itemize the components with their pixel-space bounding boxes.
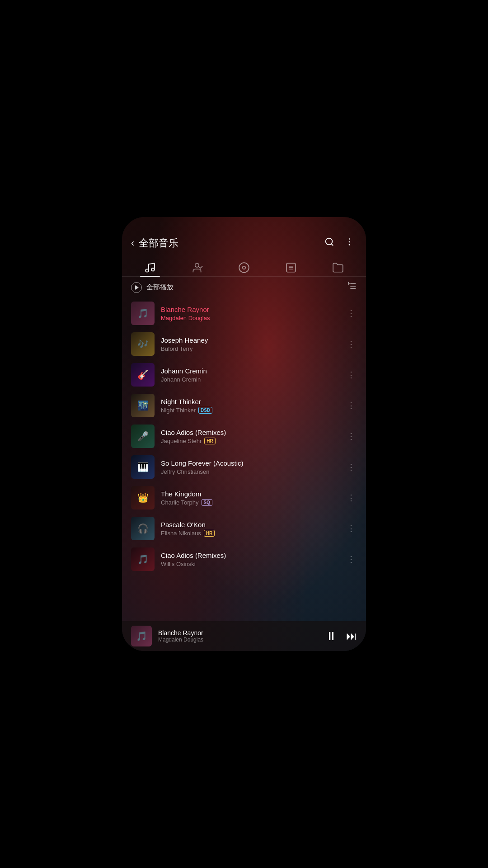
song-title: Night Thinker bbox=[161, 398, 339, 406]
song-thumbnail: 👑 bbox=[131, 486, 155, 509]
thumb-bg: 👑 bbox=[131, 486, 155, 509]
song-title: Johann Cremin bbox=[161, 367, 339, 375]
song-meta: Willis Osinski bbox=[161, 561, 339, 567]
song-badge: HR bbox=[204, 438, 215, 444]
song-title: The Kingdom bbox=[161, 490, 339, 498]
sort-icon[interactable] bbox=[347, 281, 357, 293]
song-title: Joseph Heaney bbox=[161, 336, 339, 344]
song-more-button[interactable]: ⋮ bbox=[345, 552, 357, 566]
nav-tabs bbox=[122, 256, 366, 277]
tab-albums[interactable] bbox=[232, 259, 256, 276]
page-title: 全部音乐 bbox=[139, 236, 317, 250]
tab-songs[interactable] bbox=[138, 259, 162, 276]
header: ‹ 全部音乐 bbox=[122, 217, 366, 256]
song-meta: Magdalen Douglas bbox=[161, 315, 339, 321]
song-more-button[interactable]: ⋮ bbox=[345, 337, 357, 351]
song-info: Ciao Adios (Remixes) Jaqueline Stehr HR bbox=[161, 429, 339, 444]
more-button[interactable] bbox=[342, 235, 357, 251]
thumb-bg: 🎹 bbox=[131, 455, 155, 479]
song-more-button[interactable]: ⋮ bbox=[345, 429, 357, 443]
song-thumbnail: 🎶 bbox=[131, 332, 155, 356]
song-item-3[interactable]: 🎸 Johann Cremin Johann Cremin ⋮ bbox=[122, 359, 366, 390]
next-button[interactable]: ⏭ bbox=[346, 630, 357, 642]
play-all-bar: 全部播放 bbox=[122, 277, 366, 298]
song-more-button[interactable]: ⋮ bbox=[345, 522, 357, 535]
song-item-8[interactable]: 🎧 Pascale O'Kon Elisha Nikolaus HR ⋮ bbox=[122, 513, 366, 544]
tab-artists[interactable] bbox=[185, 259, 209, 276]
song-info: Joseph Heaney Buford Terry bbox=[161, 336, 339, 352]
song-list: 🎵 Blanche Raynor Magdalen Douglas ⋮ 🎶 Jo… bbox=[122, 298, 366, 621]
svg-line-1 bbox=[331, 244, 333, 245]
song-meta: Jeffry Christiansen bbox=[161, 468, 339, 475]
song-thumbnail: 🎧 bbox=[131, 517, 155, 540]
play-all-button[interactable] bbox=[131, 282, 142, 293]
song-thumbnail: 🎤 bbox=[131, 425, 155, 448]
tab-playlists[interactable] bbox=[279, 259, 303, 276]
thumb-bg: 🌃 bbox=[131, 394, 155, 417]
tab-folders[interactable] bbox=[326, 259, 350, 276]
song-thumbnail: 🎵 bbox=[131, 547, 155, 571]
song-artist: Jeffry Christiansen bbox=[161, 468, 209, 475]
svg-point-7 bbox=[195, 263, 199, 267]
bottom-player[interactable]: 🎵 Blanche Raynor Magdalen Douglas ⏸ ⏭ bbox=[122, 621, 366, 651]
song-meta: Night Thinker DSD bbox=[161, 407, 339, 414]
player-thumbnail: 🎵 bbox=[131, 626, 152, 646]
player-info: Blanche Raynor Magdalen Douglas bbox=[158, 629, 319, 643]
song-item-2[interactable]: 🎶 Joseph Heaney Buford Terry ⋮ bbox=[122, 329, 366, 359]
song-item-9[interactable]: 🎵 Ciao Adios (Remixes) Willis Osinski ⋮ bbox=[122, 544, 366, 575]
song-info: The Kingdom Charlie Torphy SQ bbox=[161, 490, 339, 506]
player-controls: ⏸ ⏭ bbox=[325, 629, 357, 643]
pause-button[interactable]: ⏸ bbox=[325, 629, 337, 643]
song-more-button[interactable]: ⋮ bbox=[345, 491, 357, 505]
song-info: Night Thinker Night Thinker DSD bbox=[161, 398, 339, 414]
app-content: ‹ 全部音乐 bbox=[122, 217, 366, 651]
song-artist: Buford Terry bbox=[161, 345, 193, 352]
play-all-label: 全部播放 bbox=[146, 283, 343, 292]
song-artist: Elisha Nikolaus bbox=[161, 530, 201, 537]
song-item-7[interactable]: 👑 The Kingdom Charlie Torphy SQ ⋮ bbox=[122, 482, 366, 513]
song-item-6[interactable]: 🎹 So Long Forever (Acoustic) Jeffry Chri… bbox=[122, 452, 366, 482]
song-artist: Charlie Torphy bbox=[161, 499, 199, 506]
song-artist: Night Thinker bbox=[161, 407, 196, 414]
song-meta: Charlie Torphy SQ bbox=[161, 499, 339, 506]
song-thumbnail: 🎸 bbox=[131, 363, 155, 387]
svg-point-3 bbox=[349, 241, 350, 243]
svg-point-0 bbox=[326, 238, 333, 245]
song-artist: Magdalen Douglas bbox=[161, 315, 210, 321]
song-artist: Jaqueline Stehr bbox=[161, 438, 202, 444]
search-button[interactable] bbox=[322, 235, 337, 251]
song-meta: Elisha Nikolaus HR bbox=[161, 530, 339, 537]
svg-point-5 bbox=[145, 269, 149, 272]
song-info: So Long Forever (Acoustic) Jeffry Christ… bbox=[161, 459, 339, 475]
song-item-5[interactable]: 🎤 Ciao Adios (Remixes) Jaqueline Stehr H… bbox=[122, 421, 366, 452]
song-info: Ciao Adios (Remixes) Willis Osinski bbox=[161, 552, 339, 567]
song-more-button[interactable]: ⋮ bbox=[345, 307, 357, 320]
thumb-bg: 🎤 bbox=[131, 425, 155, 448]
thumb-bg: 🎵 bbox=[131, 302, 155, 325]
thumb-bg: 🎵 bbox=[131, 547, 155, 571]
song-more-button[interactable]: ⋮ bbox=[345, 399, 357, 412]
song-title: Pascale O'Kon bbox=[161, 521, 339, 528]
thumb-bg: 🎧 bbox=[131, 517, 155, 540]
thumb-bg: 🎶 bbox=[131, 332, 155, 356]
song-more-button[interactable]: ⋮ bbox=[345, 368, 357, 382]
svg-point-9 bbox=[243, 266, 246, 269]
song-badge: SQ bbox=[202, 499, 212, 506]
song-info: Pascale O'Kon Elisha Nikolaus HR bbox=[161, 521, 339, 537]
svg-point-4 bbox=[349, 244, 350, 245]
song-badge: HR bbox=[204, 530, 215, 537]
svg-point-8 bbox=[239, 263, 249, 273]
song-artist: Willis Osinski bbox=[161, 561, 196, 567]
song-meta: Jaqueline Stehr HR bbox=[161, 438, 339, 444]
back-button[interactable]: ‹ bbox=[131, 237, 134, 249]
song-item-1[interactable]: 🎵 Blanche Raynor Magdalen Douglas ⋮ bbox=[122, 298, 366, 329]
thumb-bg: 🎸 bbox=[131, 363, 155, 387]
song-thumbnail: 🌃 bbox=[131, 394, 155, 417]
svg-point-2 bbox=[349, 238, 350, 240]
song-artist: Johann Cremin bbox=[161, 376, 201, 383]
player-title: Blanche Raynor bbox=[158, 629, 319, 637]
song-more-button[interactable]: ⋮ bbox=[345, 460, 357, 474]
player-artist: Magdalen Douglas bbox=[158, 637, 319, 643]
svg-point-6 bbox=[151, 268, 155, 271]
song-item-4[interactable]: 🌃 Night Thinker Night Thinker DSD ⋮ bbox=[122, 390, 366, 421]
